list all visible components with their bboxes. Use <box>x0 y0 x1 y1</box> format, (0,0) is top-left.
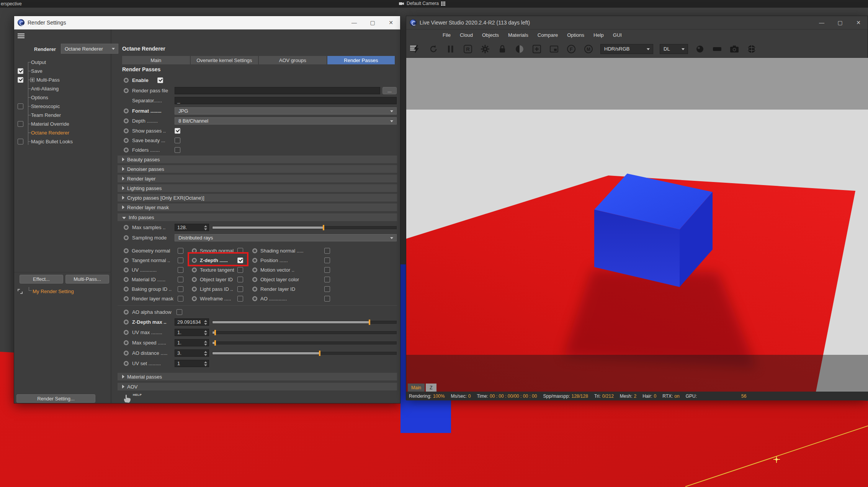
help-widget[interactable]: HELP <box>122 393 145 404</box>
effect-button[interactable]: Effect... <box>20 275 63 284</box>
section-render-layer[interactable]: Render layer <box>118 175 397 182</box>
material-override-enabled-checkbox[interactable] <box>18 121 23 127</box>
menu-hamburger-icon[interactable] <box>18 33 25 38</box>
animation-dot-icon[interactable] <box>124 78 129 83</box>
menu-gui[interactable]: GUI <box>613 32 622 38</box>
camera-icon[interactable] <box>729 44 740 54</box>
save-enabled-checkbox[interactable] <box>18 68 23 74</box>
animation-dot-icon[interactable] <box>124 320 129 325</box>
maximize-button[interactable]: ▢ <box>831 16 849 29</box>
geometry-normal-checkbox[interactable] <box>178 248 183 254</box>
menu-file[interactable]: File <box>443 32 451 38</box>
tab-overwrite-kernel-settings[interactable]: Overwrite kernel Settings <box>191 56 258 64</box>
material-id-checkbox[interactable] <box>178 277 183 282</box>
show-passes-checkbox[interactable] <box>175 128 180 134</box>
render-pass-file-input[interactable] <box>175 87 380 94</box>
render-layer-mask-checkbox[interactable] <box>178 296 183 302</box>
animation-dot-icon[interactable] <box>124 287 129 292</box>
menu-objects[interactable]: Objects <box>482 32 499 38</box>
depth-dropdown[interactable]: 8 Bit/Channel <box>175 117 397 125</box>
animation-dot-icon[interactable] <box>124 296 129 301</box>
stereoscopic-enabled-checkbox[interactable] <box>18 103 23 109</box>
animation-dot-icon[interactable] <box>252 248 257 253</box>
ao-checkbox[interactable] <box>324 296 330 302</box>
section-aov[interactable]: AOV <box>118 383 397 390</box>
render-viewport[interactable] <box>406 58 868 392</box>
sidebar-item-anti-aliasing[interactable]: Anti-Aliasing <box>14 84 111 93</box>
animation-dot-icon[interactable] <box>192 258 197 263</box>
camera-selector[interactable]: Default Camera <box>399 1 445 6</box>
animation-dot-icon[interactable] <box>124 340 129 345</box>
minimize-button[interactable]: — <box>812 16 831 29</box>
sidebar-item-material-override[interactable]: Material Override <box>14 120 111 128</box>
ao-distance-stepper[interactable]: 3. <box>175 349 209 357</box>
animation-dot-icon[interactable] <box>124 361 129 366</box>
section-beauty-passes[interactable]: Beauty passes <box>118 156 397 163</box>
maximize-button[interactable]: ▢ <box>363 16 382 29</box>
z-depth-max-slider[interactable] <box>212 321 397 324</box>
browse-button[interactable]: ... <box>383 87 397 94</box>
render-ball-icon[interactable] <box>746 44 757 54</box>
sidebar-item-octane-renderer[interactable]: Octane Renderer <box>14 128 111 137</box>
section-info-passes[interactable]: Info passes <box>118 213 397 221</box>
pause-icon[interactable] <box>445 44 456 54</box>
animation-dot-icon[interactable] <box>124 108 129 113</box>
sidebar-item-stereoscopic[interactable]: Stereoscopic <box>14 102 111 111</box>
format-dropdown[interactable]: JPG <box>175 107 397 115</box>
animation-dot-icon[interactable] <box>124 248 129 253</box>
ao-distance-slider[interactable] <box>212 352 397 355</box>
tab-z-pass[interactable]: Z <box>426 384 436 392</box>
region-box-icon[interactable] <box>549 44 559 54</box>
max-speed-slider[interactable] <box>212 341 397 344</box>
minimize-button[interactable]: — <box>345 16 363 29</box>
animation-dot-icon[interactable] <box>124 267 129 272</box>
separator-input[interactable]: _ <box>175 97 397 104</box>
section-render-layer-mask[interactable]: Render layer mask <box>118 203 397 211</box>
section-material-passes[interactable]: Material passes <box>118 373 397 380</box>
sidebar-item-multi-pass[interactable]: Multi-Pass <box>14 75 111 84</box>
animation-dot-icon[interactable] <box>124 330 129 335</box>
max-samples-slider[interactable] <box>212 226 397 229</box>
max-samples-stepper[interactable]: 128. <box>175 224 209 231</box>
add-box-icon[interactable] <box>531 44 542 54</box>
render-bar-icon[interactable] <box>712 44 723 54</box>
ao-alpha-shadow-checkbox[interactable] <box>177 309 182 315</box>
animation-dot-icon[interactable] <box>252 277 257 282</box>
shading-normal-checkbox[interactable] <box>324 248 330 254</box>
z-depth-checkbox[interactable] <box>237 257 243 263</box>
lock-icon[interactable] <box>497 44 508 54</box>
max-speed-stepper[interactable]: 1. <box>175 339 209 346</box>
animation-dot-icon[interactable] <box>252 287 257 292</box>
animation-dot-icon[interactable] <box>124 88 129 93</box>
animation-dot-icon[interactable] <box>192 277 197 282</box>
animation-dot-icon[interactable] <box>124 351 129 356</box>
selection-corners-icon[interactable] <box>18 289 23 294</box>
sidebar-item-save[interactable]: Save <box>14 67 111 75</box>
z-depth-max-stepper[interactable]: 29.091634 <box>175 318 209 326</box>
renderer-dropdown[interactable]: Octane Renderer <box>61 44 118 54</box>
tangent-normal-checkbox[interactable] <box>178 257 183 263</box>
close-button[interactable]: ✕ <box>849 16 868 29</box>
tab-main[interactable]: Main <box>122 56 190 64</box>
expand-plus-icon[interactable] <box>30 78 34 82</box>
live-viewer-titlebar[interactable]: Live Viewer Studio 2020.2.4-R2 (113 days… <box>406 16 868 30</box>
uv-max-slider[interactable] <box>212 331 397 334</box>
render-setting-button[interactable]: Render Setting... <box>16 394 95 403</box>
gear-icon[interactable] <box>480 44 490 54</box>
section-lighting-passes[interactable]: Lighting passes <box>118 184 397 192</box>
animation-dot-icon[interactable] <box>252 267 257 272</box>
texture-tangent-checkbox[interactable] <box>237 267 243 273</box>
motion-vector-checkbox[interactable] <box>324 267 330 273</box>
color-space-dropdown[interactable]: HDR/sRGB <box>600 44 653 54</box>
animation-dot-icon[interactable] <box>124 310 129 315</box>
magic-bullet-enabled-checkbox[interactable] <box>18 139 23 144</box>
menu-cloud[interactable]: Cloud <box>460 32 473 38</box>
folders-checkbox[interactable] <box>175 147 180 153</box>
uv-set-stepper[interactable]: 1 <box>175 360 209 367</box>
menu-options[interactable]: Options <box>567 32 584 38</box>
sampling-mode-dropdown[interactable]: Distributed rays <box>175 234 397 241</box>
animation-dot-icon[interactable] <box>124 138 129 143</box>
sidebar-item-output[interactable]: Output <box>14 58 111 67</box>
animation-dot-icon[interactable] <box>124 225 129 230</box>
animation-dot-icon[interactable] <box>192 267 197 272</box>
